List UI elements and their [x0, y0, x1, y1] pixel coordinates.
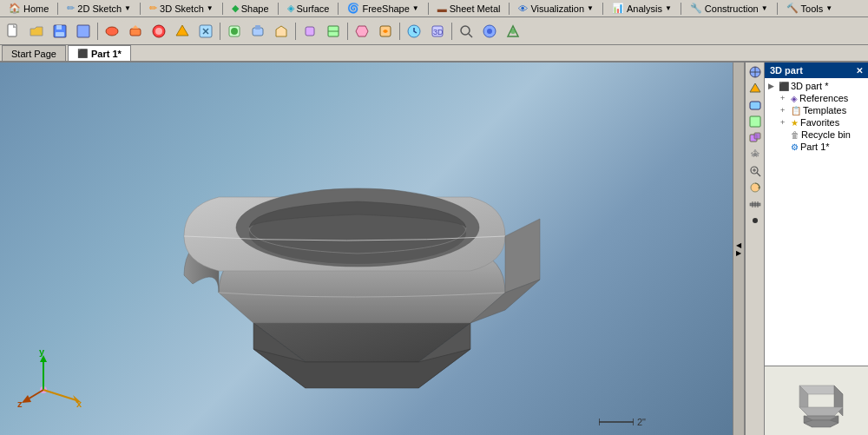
right-btn-view3[interactable]: [747, 114, 763, 129]
toolbar-btn-3[interactable]: [49, 20, 71, 43]
svg-marker-8: [132, 25, 139, 29]
tree-item-templates[interactable]: + 📋 Templates: [766, 104, 866, 116]
svg-marker-23: [356, 26, 368, 36]
svg-rect-57: [750, 116, 760, 127]
tab-part1[interactable]: ⬛ Part 1*: [68, 45, 131, 61]
svg-marker-76: [799, 407, 843, 416]
menu-sheetmetal[interactable]: ▬ Sheet Metal: [432, 3, 506, 15]
svg-point-32: [510, 29, 516, 34]
tree-item-recycle[interactable]: 🗑 Recycle bin: [766, 129, 866, 141]
tree-item-favorites[interactable]: + ★ Favorites: [766, 116, 866, 129]
menu-surface[interactable]: ◈ Surface: [282, 2, 335, 15]
right-btn-dot[interactable]: [747, 213, 763, 228]
right-btn-pan[interactable]: [747, 147, 763, 162]
svg-point-10: [155, 28, 162, 35]
toolbar-btn-21[interactable]: [502, 20, 524, 43]
menu-2dsketch[interactable]: ✏ 2D Sketch ▼: [62, 2, 136, 15]
menu-sep-8: [602, 3, 603, 15]
toolbar-btn-18[interactable]: 3D: [426, 20, 449, 43]
svg-marker-80: [804, 420, 838, 427]
visualization-icon: 👁: [518, 3, 528, 14]
toolbar-btn-8[interactable]: [171, 20, 194, 43]
sheetmetal-icon: ▬: [437, 3, 447, 14]
menu-sep-6: [428, 3, 429, 15]
menu-sep-1: [57, 3, 58, 15]
svg-rect-0: [8, 24, 16, 36]
dropdown-icon: ▼: [124, 4, 131, 12]
menu-freeshape[interactable]: 🌀 FreeShape ▼: [342, 2, 424, 15]
svg-rect-20: [306, 27, 314, 36]
toolbar-btn-17[interactable]: [403, 20, 425, 43]
svg-rect-59: [754, 133, 760, 139]
menu-analysis[interactable]: 📊 Analysis ▼: [607, 2, 677, 15]
right-btn-view4[interactable]: [747, 130, 763, 146]
tree-label-5: Part 1*: [800, 142, 830, 152]
tree-icon-0: ⬛: [779, 82, 789, 91]
panel-collapse-button[interactable]: ◀▶: [733, 63, 745, 435]
toolbar: 3D: [0, 17, 868, 45]
menu-3dsketch[interactable]: ✏ 3D Sketch ▼: [144, 2, 219, 15]
toolbar-btn-7[interactable]: [148, 20, 170, 43]
right-btn-view2[interactable]: [747, 97, 763, 113]
toolbar-btn-9[interactable]: [194, 20, 217, 43]
svg-text:y: y: [39, 346, 45, 357]
part-icon: ⬛: [77, 49, 88, 58]
toolbar-btn-4[interactable]: [72, 20, 95, 43]
svg-point-6: [106, 27, 118, 36]
svg-marker-55: [750, 83, 760, 92]
viewport[interactable]: y z x 2": [0, 63, 733, 435]
svg-rect-4: [56, 32, 64, 36]
toolbar-btn-10[interactable]: [223, 20, 246, 43]
toolbar-btn-11[interactable]: [247, 20, 269, 43]
3d-shape: [80, 67, 601, 397]
svg-rect-3: [56, 25, 62, 30]
panel-close-btn[interactable]: ✕: [856, 66, 863, 76]
right-btn-rotate[interactable]: [747, 180, 763, 195]
tree-item-3dpart[interactable]: ▶ ⬛ 3D part *: [766, 80, 866, 92]
svg-marker-19: [276, 26, 286, 36]
dropdown-icon-7: ▼: [825, 4, 832, 12]
menu-sep-7: [509, 3, 510, 15]
tree-item-references[interactable]: + ◈ References: [766, 92, 866, 104]
tab-startpage[interactable]: Start Page: [2, 45, 66, 61]
svg-rect-18: [255, 25, 260, 30]
toolbar-btn-2[interactable]: [25, 20, 48, 43]
expand-icon-4: [780, 130, 789, 139]
menu-visualization[interactable]: 👁 Visualization ▼: [513, 3, 598, 15]
expand-icon-5: [780, 142, 789, 151]
menu-sep-3: [222, 3, 223, 15]
panel-title: 3D part: [770, 65, 803, 76]
right-btn-compass[interactable]: [747, 64, 763, 80]
shape-icon: ◆: [232, 3, 239, 14]
toolbar-btn-20[interactable]: [478, 20, 501, 43]
tree-item-part1[interactable]: ⚙ Part 1*: [766, 141, 866, 153]
menu-construction[interactable]: 🔧 Construction ▼: [685, 2, 773, 15]
toolbar-sep-1: [97, 23, 98, 40]
right-btn-zoom[interactable]: [747, 163, 763, 179]
toolbar-btn-1[interactable]: [2, 20, 24, 43]
tree-icon-3: ★: [791, 118, 799, 128]
toolbar-btn-13[interactable]: [299, 20, 321, 43]
right-btn-view1[interactable]: [747, 81, 763, 96]
menu-sep-4: [278, 3, 279, 15]
tree-view: ▶ ⬛ 3D part * + ◈ References + 📋 Templat…: [765, 78, 868, 366]
right-btn-measure[interactable]: [747, 196, 763, 212]
tab-part1-label: Part 1*: [91, 49, 122, 59]
menu-tools[interactable]: 🔨 Tools ▼: [781, 2, 838, 15]
main-area: y z x 2" ◀▶: [0, 63, 868, 435]
svg-text:z: z: [17, 399, 23, 407]
toolbar-btn-14[interactable]: [322, 20, 345, 43]
toolbar-sep-2: [220, 23, 220, 40]
menu-sep-9: [681, 3, 681, 15]
menu-sep-5: [338, 3, 339, 15]
tree-icon-5: ⚙: [791, 142, 799, 152]
toolbar-btn-12[interactable]: [270, 20, 293, 43]
toolbar-btn-6[interactable]: [124, 20, 147, 43]
menu-shape[interactable]: ◆ Shape: [227, 2, 274, 15]
toolbar-btn-16[interactable]: [374, 20, 397, 43]
toolbar-btn-15[interactable]: [351, 20, 373, 43]
pencil-icon: ✏: [67, 3, 75, 14]
toolbar-btn-19[interactable]: [455, 20, 477, 43]
toolbar-btn-5[interactable]: [101, 20, 123, 43]
menu-home[interactable]: 🏠 Home: [3, 2, 54, 15]
